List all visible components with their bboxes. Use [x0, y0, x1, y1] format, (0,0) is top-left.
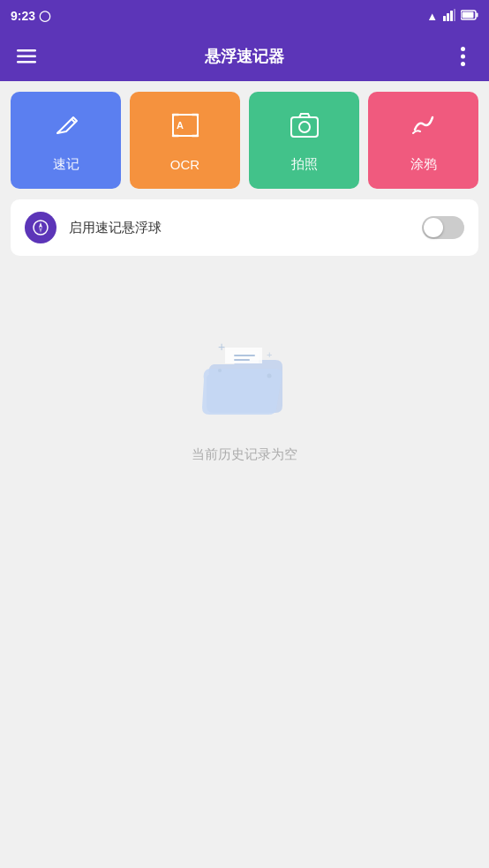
svg-text:A: A — [177, 120, 184, 131]
ocr-card[interactable]: A OCR — [130, 92, 240, 189]
photo-label: 拍照 — [291, 156, 318, 173]
svg-rect-7 — [17, 49, 36, 52]
svg-rect-0 — [443, 16, 446, 21]
svg-point-16 — [299, 122, 310, 132]
photo-card[interactable]: 拍照 — [249, 92, 359, 189]
app-title: 悬浮速记器 — [205, 46, 284, 67]
status-icons: ▲ — [426, 9, 478, 24]
speednote-card[interactable]: 速记 — [11, 92, 121, 189]
empty-text: 当前历史记录为空 — [192, 446, 297, 463]
camera-icon — [289, 108, 320, 147]
status-time: 9:23 ◯ — [11, 9, 50, 23]
battery-icon — [461, 10, 478, 23]
floating-ball-toggle-row: 启用速记悬浮球 — [11, 199, 478, 256]
status-bar: 9:23 ◯ ▲ — [0, 0, 489, 32]
action-grid: 速记 A OCR — [0, 81, 489, 199]
svg-rect-9 — [17, 61, 36, 64]
svg-text:+: + — [267, 349, 272, 360]
svg-point-25 — [267, 374, 272, 378]
empty-state: + + 当前历史记录为空 — [0, 326, 489, 463]
svg-rect-6 — [463, 11, 474, 18]
ocr-label: OCR — [170, 157, 199, 172]
svg-marker-19 — [39, 228, 42, 233]
speednote-icon — [50, 108, 82, 147]
svg-rect-5 — [477, 12, 478, 17]
speednote-label: 速记 — [53, 156, 79, 173]
svg-rect-2 — [450, 11, 453, 21]
android-icon: ◯ — [39, 10, 50, 22]
svg-rect-15 — [291, 117, 318, 137]
svg-rect-8 — [17, 56, 36, 58]
wifi-icon: ▲ — [426, 10, 438, 23]
svg-point-11 — [461, 55, 465, 59]
scribble-card[interactable]: 涂鸦 — [368, 92, 478, 189]
signal-icon — [443, 9, 455, 24]
svg-rect-1 — [447, 13, 449, 21]
app-bar: 悬浮速记器 — [0, 32, 489, 81]
floating-ball-toggle[interactable] — [422, 216, 464, 239]
scribble-label: 涂鸦 — [410, 156, 437, 173]
svg-text:+: + — [218, 340, 225, 354]
floating-ball-label: 启用速记悬浮球 — [69, 220, 410, 236]
svg-rect-3 — [454, 9, 455, 21]
main-content: 速记 A OCR — [0, 81, 489, 868]
compass-icon — [25, 212, 56, 243]
svg-marker-18 — [39, 222, 42, 228]
empty-illustration: + + — [192, 326, 297, 432]
scribble-icon — [408, 108, 440, 147]
more-options-button[interactable] — [450, 44, 475, 69]
menu-button[interactable] — [14, 44, 39, 69]
time-display: 9:23 — [11, 9, 35, 23]
svg-point-12 — [461, 62, 465, 66]
svg-point-24 — [218, 369, 222, 372]
ocr-icon: A — [169, 109, 201, 148]
svg-point-10 — [461, 47, 465, 51]
